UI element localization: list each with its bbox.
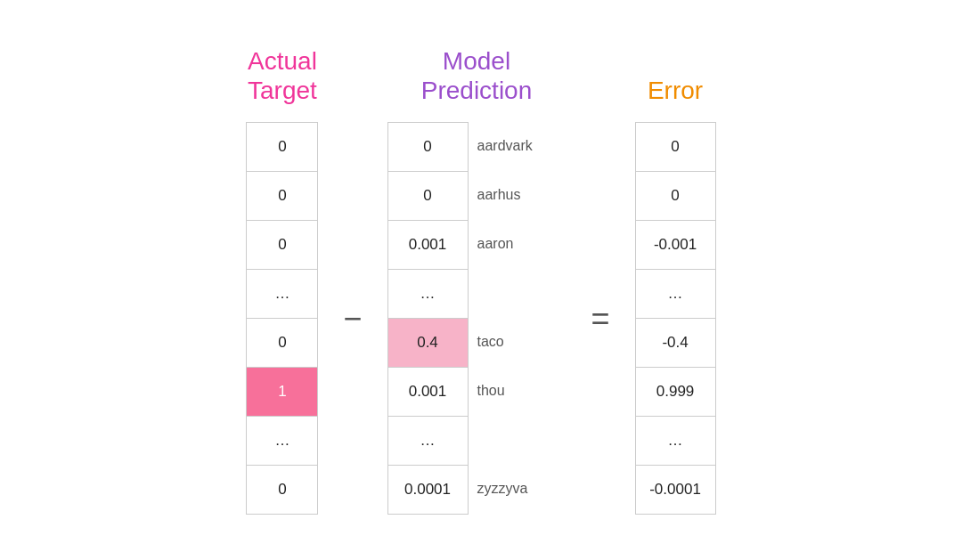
- actual-cell-7: 0: [247, 466, 318, 515]
- prediction-value-cell-6: …: [388, 417, 469, 466]
- prediction-value-cell-0: 0: [388, 123, 469, 172]
- error-cell-7: -0.0001: [636, 466, 716, 515]
- prediction-value-cell-3: …: [388, 270, 469, 319]
- equals-operator: =: [567, 300, 635, 337]
- actual-cell-1: 0: [247, 172, 318, 221]
- prediction-label-cell-0: aardvark: [469, 122, 567, 171]
- actual-cell-3: …: [247, 270, 318, 319]
- actual-cell-4: 0: [247, 319, 318, 368]
- error-cell-4: -0.4: [636, 319, 716, 368]
- prediction-value-cell-5: 0.001: [388, 368, 469, 417]
- error-title: Error: [648, 45, 703, 106]
- prediction-value-cell-2: 0.001: [388, 221, 469, 270]
- error-cell-2: -0.001: [636, 221, 716, 270]
- prediction-label-cell-1: aarhus: [469, 171, 567, 220]
- prediction-label-cell-3: [469, 269, 567, 318]
- prediction-label-cell-2: aaron: [469, 220, 567, 269]
- error-cell-3: …: [636, 270, 716, 319]
- actual-target-column: 000…01…0: [246, 122, 318, 515]
- error-section: Error 00-0.001…-0.40.999…-0.0001: [635, 45, 716, 515]
- main-container: ActualTarget 000…01…0 − ModelPrediction …: [246, 45, 715, 515]
- prediction-label-cell-5: thou: [469, 367, 567, 416]
- error-cell-1: 0: [636, 172, 716, 221]
- prediction-label-cell-6: [469, 416, 567, 465]
- model-prediction-title: ModelPrediction: [421, 45, 533, 106]
- prediction-label-cell-4: taco: [469, 318, 567, 367]
- error-cell-0: 0: [636, 123, 716, 172]
- actual-cell-2: 0: [247, 221, 318, 270]
- error-column: 00-0.001…-0.40.999…-0.0001: [635, 122, 716, 515]
- prediction-label-cell-7: zyzzyva: [469, 465, 567, 514]
- prediction-value-cell-4: 0.4: [388, 319, 469, 368]
- prediction-label-column: aardvarkaarhusaarontacothouzyzzyva: [469, 122, 567, 515]
- actual-cell-6: …: [247, 417, 318, 466]
- minus-operator: −: [318, 300, 387, 337]
- prediction-value-cell-7: 0.0001: [388, 466, 469, 515]
- actual-target-title: ActualTarget: [248, 45, 317, 106]
- actual-cell-0: 0: [247, 123, 318, 172]
- prediction-pair: 000.001…0.40.001…0.0001 aardvarkaarhusaa…: [387, 122, 567, 515]
- error-cell-6: …: [636, 417, 716, 466]
- model-prediction-section: ModelPrediction 000.001…0.40.001…0.0001 …: [387, 45, 567, 515]
- prediction-value-cell-1: 0: [388, 172, 469, 221]
- error-cell-5: 0.999: [636, 368, 716, 417]
- actual-cell-5: 1: [247, 368, 318, 417]
- prediction-value-column: 000.001…0.40.001…0.0001: [387, 122, 469, 515]
- actual-target-section: ActualTarget 000…01…0: [246, 45, 318, 515]
